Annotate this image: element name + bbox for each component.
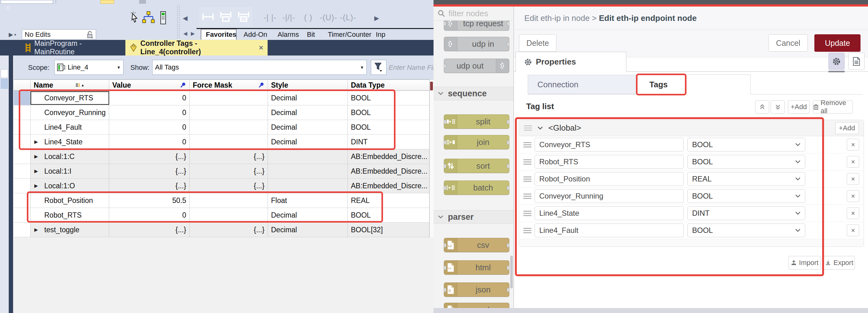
instruction-scroll-left-icon[interactable]: ◀ [183, 15, 187, 21]
group-add-button[interactable]: +Add [835, 122, 859, 134]
tag-name-input[interactable] [535, 138, 684, 152]
cell-data-type[interactable]: BOOL[32] [348, 223, 430, 237]
remove-tag-button[interactable]: × [847, 207, 859, 219]
node-output-port[interactable] [507, 265, 509, 270]
cell-value[interactable]: 0 [109, 105, 190, 120]
cell-style[interactable]: Decimal [268, 208, 348, 222]
remove-tag-button[interactable]: × [847, 173, 859, 185]
cell-name[interactable]: Line4_Fault [31, 120, 109, 134]
instruction-glyph-icon[interactable]: ( ) [304, 13, 312, 22]
cell-style[interactable] [268, 179, 348, 193]
tag-group-header[interactable]: <Global> +Add [519, 120, 864, 136]
tag-name-input[interactable] [535, 172, 684, 186]
lock-icon[interactable] [86, 31, 93, 39]
row-marker-cell[interactable] [14, 193, 31, 208]
cell-style[interactable] [268, 149, 348, 164]
drag-handle-icon[interactable] [524, 125, 532, 131]
cell-style[interactable]: Decimal [268, 135, 348, 149]
network-browse-icon[interactable] [141, 11, 156, 24]
palette-node-html[interactable]: <>html [444, 260, 509, 275]
delete-button[interactable]: Delete [519, 34, 556, 52]
instruction-glyph-icon[interactable]: -| |- [264, 13, 277, 22]
remove-all-button[interactable]: Remove all [813, 100, 853, 114]
row-marker-cell[interactable] [14, 208, 31, 222]
row-marker-cell[interactable] [14, 164, 31, 178]
palette-category-parser[interactable]: parser [434, 210, 514, 224]
tag-type-select[interactable]: BOOL [687, 189, 805, 203]
node-input-port[interactable] [444, 186, 446, 190]
cell-value[interactable]: 50.5 [109, 193, 190, 208]
cell-force-mask[interactable] [190, 120, 268, 134]
node-input-port[interactable] [444, 164, 446, 168]
table-row[interactable]: Conveyor_RTS0DecimalBOOL [14, 91, 430, 105]
cell-data-type[interactable]: AB:Embedded_Discre... [348, 179, 430, 193]
pin-icon[interactable] [180, 82, 186, 88]
cell-force-mask[interactable]: {...} [190, 164, 268, 178]
cell-data-type[interactable]: AB:Embedded_Discre... [348, 164, 430, 178]
select-pointer-icon[interactable] [129, 11, 141, 24]
cell-value[interactable]: 0 [109, 120, 190, 134]
tab-controller-tags[interactable]: Controller Tags - Line_4(controller) × [125, 40, 268, 56]
cancel-button[interactable]: Cancel [769, 34, 808, 52]
cell-name[interactable]: Robot_Position [31, 193, 109, 208]
tag-name-input[interactable] [535, 189, 684, 203]
row-marker-cell[interactable] [14, 223, 31, 237]
instruction-tab-alarms[interactable]: Alarms [278, 31, 299, 39]
expand-arrow-icon[interactable]: ▶ [34, 139, 38, 145]
cell-data-type[interactable]: DINT [348, 135, 430, 149]
cell-force-mask[interactable]: {...} [190, 149, 268, 164]
cell-force-mask[interactable] [190, 193, 268, 208]
row-marker-cell[interactable] [14, 179, 31, 193]
add-tag-button[interactable]: +Add [788, 100, 810, 114]
expand-arrow-icon[interactable]: ▶ [34, 168, 38, 174]
cell-data-type[interactable]: AB:Embedded_Discre... [348, 149, 430, 164]
palette-node-join[interactable]: join [444, 135, 509, 149]
cell-data-type[interactable]: REAL [348, 193, 430, 208]
breadcrumb-parent[interactable]: Edit eth-ip in node [524, 13, 590, 23]
row-marker-cell[interactable] [14, 149, 31, 164]
node-output-port[interactable] [507, 42, 509, 46]
node-input-port[interactable] [444, 140, 446, 145]
tag-name-input[interactable] [535, 223, 684, 237]
toolbar-drag-handle[interactable] [177, 5, 180, 38]
table-row[interactable]: ▶Line4_State0DecimalDINT [14, 135, 430, 149]
header-style[interactable]: Style [268, 80, 348, 90]
palette-scrollbar-thumb[interactable] [510, 256, 513, 288]
instruction-glyph-icon[interactable]: -|/|- [282, 13, 296, 22]
header-data-type[interactable]: Data Type [348, 80, 430, 90]
tag-type-select[interactable]: DINT [687, 207, 805, 220]
move-down-button[interactable] [771, 100, 785, 114]
node-description-button[interactable] [848, 53, 865, 70]
move-up-button[interactable] [755, 100, 769, 114]
row-marker-cell[interactable] [14, 135, 31, 149]
header-value[interactable]: Value [109, 80, 190, 90]
cell-value[interactable]: {...} [109, 179, 190, 193]
filter-button[interactable] [371, 60, 386, 75]
row-marker-cell[interactable] [14, 91, 31, 105]
row-marker-cell[interactable] [14, 105, 31, 120]
instruction-tab-inp[interactable]: Inp [376, 31, 385, 39]
header-name[interactable]: Name ▲ [31, 80, 109, 90]
table-row[interactable]: Robot_Position50.5FloatREAL [14, 193, 430, 208]
cell-name[interactable]: ▶Line4_State [31, 135, 109, 149]
rung-branch-button[interactable] [217, 7, 234, 26]
cell-style[interactable]: Decimal [268, 223, 348, 237]
palette-node-sort[interactable]: sort [444, 159, 509, 173]
instruction-tab-add-on[interactable]: Add-On [244, 31, 267, 39]
rung-new-button[interactable] [199, 7, 216, 26]
import-button[interactable]: Import [788, 256, 821, 270]
tag-type-select[interactable]: BOOL [687, 155, 805, 169]
palette-search[interactable]: filter nodes [434, 6, 514, 21]
cell-style[interactable] [268, 164, 348, 178]
table-scrollbar[interactable] [430, 80, 434, 237]
tab-close-icon[interactable]: × [259, 43, 263, 52]
node-input-port[interactable] [444, 288, 446, 292]
cell-value[interactable]: {...} [109, 149, 190, 164]
tabs-scroll-right-icon[interactable]: ▶ [191, 31, 195, 36]
show-select[interactable]: All Tags ▼ [152, 60, 367, 75]
cell-force-mask[interactable] [190, 208, 268, 222]
remove-tag-button[interactable]: × [847, 224, 859, 236]
row-marker-cell[interactable] [14, 120, 31, 134]
sort-ascending-icon[interactable]: ▲ [75, 83, 85, 88]
table-scrollbar-thumb[interactable] [430, 82, 433, 90]
